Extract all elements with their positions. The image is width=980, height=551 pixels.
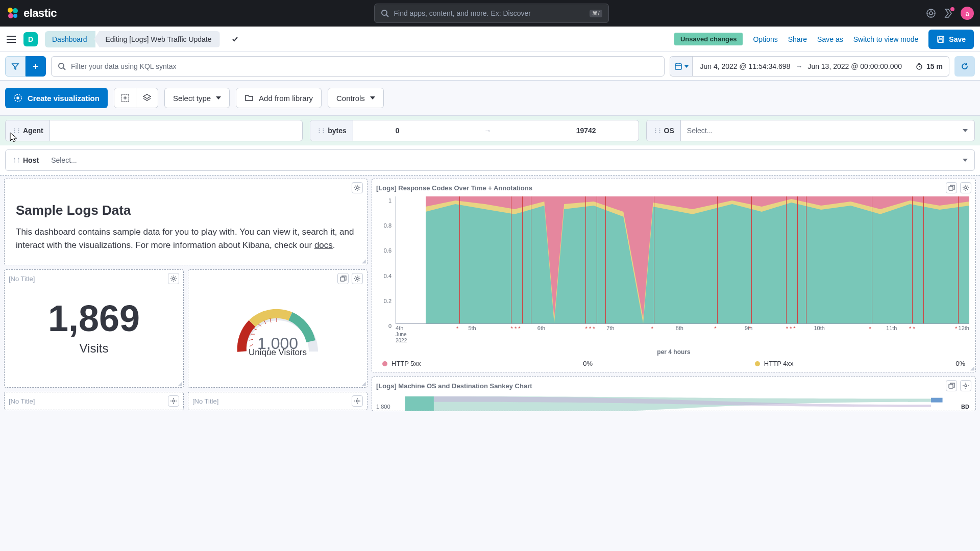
panel-settings-button[interactable] <box>960 380 971 391</box>
control-host[interactable]: ⋮⋮Host Select... <box>5 149 975 171</box>
select-area-button[interactable] <box>114 88 136 108</box>
drag-handle-icon[interactable]: ⋮⋮ <box>653 128 661 134</box>
panel-settings-button[interactable] <box>352 182 363 193</box>
panel-link-button[interactable] <box>946 380 957 391</box>
svg-marker-38 <box>963 159 968 162</box>
dashboard-grid: Sample Logs Data This dashboard contains… <box>0 176 980 414</box>
nav-toggle-icon[interactable] <box>6 35 16 43</box>
sankey-dest: BD <box>961 404 969 410</box>
date-to: Jun 13, 2022 @ 00:00:00.000 <box>807 62 902 70</box>
markdown-title: Sample Logs Data <box>16 203 356 218</box>
chart-xcaption: per 4 hours <box>372 348 975 356</box>
elastic-logo[interactable]: elastic <box>6 7 57 20</box>
panel-gauge: 1,000 Unique Visitors ◢ <box>188 269 368 388</box>
calendar-icon[interactable] <box>670 57 693 76</box>
newsfeed-icon[interactable] <box>943 8 953 18</box>
create-visualization-button[interactable]: Create visualization <box>5 88 108 108</box>
control-os[interactable]: ⋮⋮OS Select... <box>646 120 975 141</box>
svg-marker-35 <box>216 96 221 99</box>
svg-marker-26 <box>684 65 689 68</box>
panel-settings-button[interactable] <box>352 273 363 284</box>
breadcrumb: Dashboard Editing [Logs] Web Traffic Upd… <box>45 31 220 47</box>
drag-handle-icon[interactable]: ⋮⋮ <box>12 128 20 134</box>
svg-rect-17 <box>939 40 943 42</box>
controls-button[interactable]: Controls <box>328 88 384 108</box>
chart-yaxis: 10.80.60.40.20 <box>375 197 391 329</box>
svg-point-0 <box>8 8 13 13</box>
filter-toggle-button[interactable] <box>5 56 26 77</box>
date-picker[interactable]: Jun 4, 2022 @ 11:54:34.698 → Jun 13, 202… <box>670 56 909 77</box>
area-chart[interactable]: * * * * * * * * * * * * * * * * * <box>396 196 969 324</box>
control-bytes[interactable]: ⋮⋮bytes 0 → 19742 <box>310 120 639 141</box>
sankey-chart[interactable]: BD <box>396 396 969 411</box>
date-from: Jun 4, 2022 @ 11:54:34.698 <box>700 62 790 70</box>
notification-dot <box>950 7 954 11</box>
space-badge[interactable]: D <box>23 32 38 46</box>
controls-row-2: ⋮⋮Host Select... <box>0 145 980 176</box>
drag-handle-icon[interactable]: ⋮⋮ <box>12 157 20 164</box>
save-button[interactable]: Save <box>928 30 974 49</box>
svg-point-51 <box>173 400 175 402</box>
controls-row-1: ⋮⋮Agent ⋮⋮bytes 0 → 19742 ⋮⋮OS Select... <box>0 115 980 145</box>
chevron-down-icon[interactable] <box>231 36 238 43</box>
help-icon[interactable] <box>926 8 936 18</box>
chevron-down-icon[interactable] <box>956 120 974 141</box>
visits-label: Visits <box>15 341 173 356</box>
svg-point-7 <box>929 12 933 15</box>
svg-line-43 <box>250 344 253 346</box>
resize-handle-icon[interactable]: ◢ <box>362 381 366 386</box>
viewmode-link[interactable]: Switch to view mode <box>853 35 919 43</box>
svg-line-44 <box>249 339 253 340</box>
svg-marker-37 <box>963 129 968 132</box>
breadcrumb-current: Editing [Logs] Web Traffic Update <box>94 31 220 47</box>
panel-settings-button[interactable] <box>168 273 179 284</box>
breadcrumb-root[interactable]: Dashboard <box>45 31 95 47</box>
refresh-button[interactable] <box>954 56 975 77</box>
global-search[interactable]: Find apps, content, and more. Ex: Discov… <box>374 4 609 23</box>
svg-line-5 <box>386 15 388 17</box>
panel-link-button[interactable] <box>946 182 957 193</box>
svg-point-58 <box>965 385 967 387</box>
share-link[interactable]: Share <box>788 35 807 43</box>
query-bar: Filter your data using KQL syntax Jun 4,… <box>0 52 980 81</box>
gauge-value: 1,000 <box>257 334 298 353</box>
panel-link-button[interactable] <box>337 273 349 284</box>
panel-settings-button[interactable] <box>352 395 363 407</box>
svg-point-52 <box>356 400 358 402</box>
svg-rect-59 <box>405 396 434 411</box>
saveas-link[interactable]: Save as <box>817 35 843 43</box>
chevron-down-icon <box>216 95 221 101</box>
add-filter-button[interactable] <box>26 56 46 77</box>
panel-title: [No Title] <box>9 397 35 405</box>
resize-handle-icon[interactable]: ◢ <box>178 381 182 386</box>
refresh-interval[interactable]: 15 m <box>909 56 949 77</box>
options-link[interactable]: Options <box>753 35 777 43</box>
kql-input[interactable]: Filter your data using KQL syntax <box>51 56 665 77</box>
resize-handle-icon[interactable]: ◢ <box>362 258 366 264</box>
panel-markdown: Sample Logs Data This dashboard contains… <box>4 179 368 265</box>
select-type-button[interactable]: Select type <box>164 88 230 108</box>
chart-legend: HTTP 5xx 0% HTTP 4xx 0% <box>372 360 975 373</box>
arrow-right-icon: → <box>795 62 802 70</box>
chevron-down-icon <box>370 95 375 101</box>
folder-icon <box>244 93 254 103</box>
global-header: elastic Find apps, content, and more. Ex… <box>0 0 980 27</box>
dashboard-toolbar: Create visualization Select type Add fro… <box>0 81 980 115</box>
svg-point-1 <box>13 8 18 13</box>
panel-settings-button[interactable] <box>168 395 179 407</box>
drag-handle-icon[interactable]: ⋮⋮ <box>316 128 325 134</box>
svg-point-42 <box>356 278 358 280</box>
search-placeholder: Find apps, content, and more. Ex: Discov… <box>394 9 585 17</box>
resize-handle-icon[interactable]: ◢ <box>970 365 974 371</box>
layers-button[interactable] <box>136 88 158 108</box>
chevron-down-icon[interactable] <box>956 150 974 170</box>
svg-marker-34 <box>143 94 151 98</box>
bytes-max: 19742 <box>576 127 596 135</box>
user-avatar[interactable]: a <box>961 7 974 20</box>
panel-settings-button[interactable] <box>960 182 971 193</box>
control-agent[interactable]: ⋮⋮Agent <box>5 120 303 141</box>
add-from-library-button[interactable]: Add from library <box>236 88 322 108</box>
svg-marker-36 <box>370 96 375 99</box>
svg-rect-22 <box>675 64 681 69</box>
docs-link[interactable]: docs <box>314 240 333 250</box>
